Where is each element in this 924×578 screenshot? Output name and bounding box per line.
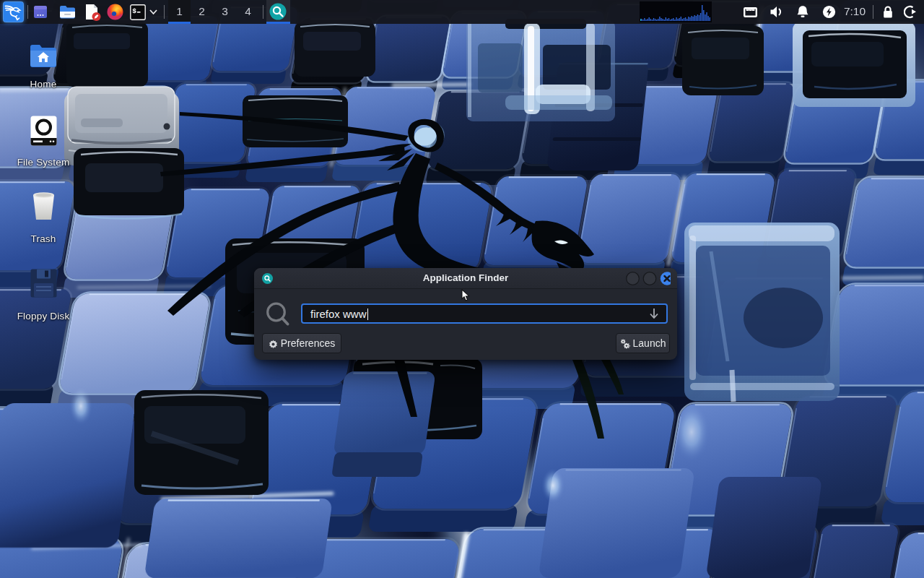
svg-text:$: $ <box>132 7 136 15</box>
